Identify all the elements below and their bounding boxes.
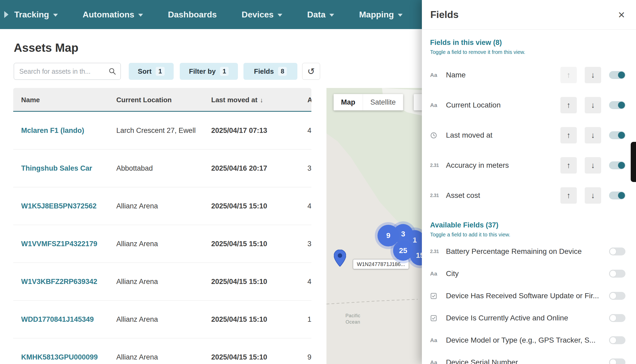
move-down-button[interactable] <box>585 97 601 113</box>
field-label: Asset cost <box>446 191 556 200</box>
arrow-down-icon <box>591 131 595 140</box>
col-last-moved[interactable]: Last moved at <box>211 88 263 112</box>
close-icon[interactable] <box>618 9 625 21</box>
move-up-button[interactable] <box>560 97 577 113</box>
asset-name-link[interactable]: W1V3KBFZ2RP639342 <box>21 263 97 301</box>
chevron-down-icon <box>278 14 282 17</box>
fields-panel: Fields Fields in this view (8) Toggle a … <box>422 0 636 364</box>
pin-label[interactable]: W1N2477871J186... <box>353 259 409 269</box>
asset-last-moved: 2025/04/15 15:10 <box>211 263 267 301</box>
move-up-button[interactable] <box>560 127 577 143</box>
asset-name-link[interactable]: W1K5J8EB5PN372562 <box>21 187 96 225</box>
move-up-button[interactable] <box>560 187 577 204</box>
field-toggle[interactable] <box>609 131 625 139</box>
nav-item-label: Automations <box>83 10 135 20</box>
col-name[interactable]: Name <box>21 88 40 112</box>
asset-accuracy: 9 <box>307 338 311 364</box>
field-toggle[interactable] <box>609 336 625 344</box>
map-type-control: Map Satellite <box>334 94 403 110</box>
field-label: Accuracy in meters <box>446 161 556 170</box>
filter-button[interactable]: Filter by 1 <box>180 63 238 80</box>
chevron-down-icon <box>398 14 403 17</box>
table-row[interactable]: W1K5J8EB5PN372562 Allianz Arena 2025/04/… <box>13 187 311 225</box>
sort-count-badge: 1 <box>156 67 164 76</box>
checkbox-field-icon <box>430 315 443 322</box>
nav-item-data[interactable]: Data <box>307 10 334 20</box>
field-row-device-model: Aa Device Model or Type (e.g., GPS Track… <box>430 329 625 351</box>
field-label: Current Location <box>446 101 556 109</box>
chevron-down-icon <box>138 14 143 17</box>
number-field-icon: 2.31 <box>430 249 443 254</box>
filter-count-badge: 1 <box>220 67 229 76</box>
cluster-marker[interactable]: 9 <box>377 225 399 246</box>
text-field-icon: Aa <box>430 270 443 277</box>
field-toggle[interactable] <box>609 101 625 109</box>
asset-last-moved: 2025/04/15 15:10 <box>211 338 267 364</box>
asset-name-link[interactable]: KMHK5813GPU000099 <box>21 338 98 364</box>
sort-desc-icon <box>257 96 263 104</box>
sort-button-label: Sort <box>138 67 151 76</box>
toolbar: Sort 1 Filter by 1 Fields 8 <box>0 63 328 80</box>
field-row-device-active-online: Device Is Currently Active and Online <box>430 307 625 329</box>
clock-icon <box>430 132 443 139</box>
nav-item-tracking[interactable]: Tracking <box>14 10 58 20</box>
move-down-button[interactable] <box>585 157 601 174</box>
field-toggle[interactable] <box>609 292 625 300</box>
asset-name-link[interactable]: Mclaren F1 (lando) <box>21 112 84 150</box>
field-toggle[interactable] <box>609 71 625 79</box>
table-row[interactable]: Thingshub Sales Car Abbottabad 2025/04/1… <box>13 150 311 187</box>
search-input[interactable] <box>14 68 108 75</box>
map-type-map-button[interactable]: Map <box>334 94 363 110</box>
move-down-button[interactable] <box>585 127 601 143</box>
asset-name-link[interactable]: Thingshub Sales Car <box>21 150 92 187</box>
move-up-button[interactable] <box>560 157 577 174</box>
asset-location: Allianz Arena <box>116 187 158 225</box>
side-edge-tab[interactable] <box>631 142 636 182</box>
table-row[interactable]: KMHK5813GPU000099 Allianz Arena 2025/04/… <box>13 338 311 364</box>
move-down-button[interactable] <box>585 67 601 83</box>
field-row-last-moved-at: Last moved at <box>430 120 625 150</box>
asset-name-link[interactable]: WDD1770841J145349 <box>21 301 94 338</box>
search-icon[interactable] <box>108 67 116 75</box>
map-pin-icon[interactable] <box>334 250 346 267</box>
arrow-down-icon <box>591 191 595 200</box>
col-accuracy[interactable]: A <box>307 88 311 112</box>
cluster-marker[interactable]: 25 <box>393 241 413 261</box>
refresh-button[interactable] <box>302 63 320 80</box>
sort-button[interactable]: Sort 1 <box>129 63 174 80</box>
nav-item-devices[interactable]: Devices <box>242 10 282 20</box>
field-toggle[interactable] <box>609 161 625 169</box>
text-field-icon: Aa <box>430 359 443 364</box>
col-current-location[interactable]: Current Location <box>116 88 172 112</box>
fields-button[interactable]: Fields 8 <box>243 63 297 80</box>
table-row[interactable]: W1V3KBFZ2RP639342 Allianz Arena 2025/04/… <box>13 263 311 301</box>
text-field-icon: Aa <box>430 102 443 108</box>
map-type-satellite-button[interactable]: Satellite <box>363 94 403 110</box>
nav-item-label: Data <box>307 10 325 20</box>
asset-location: Allianz Arena <box>116 301 158 338</box>
asset-accuracy: 3 <box>307 225 311 263</box>
field-label: Device Has Received Software Update or F… <box>446 292 604 300</box>
asset-name-link[interactable]: W1VVMFSZ1P4322179 <box>21 225 97 263</box>
move-up-button[interactable] <box>560 67 577 83</box>
field-toggle[interactable] <box>609 248 625 255</box>
move-down-button[interactable] <box>585 187 601 204</box>
chevron-down-icon <box>53 14 58 17</box>
nav-item-dashboards[interactable]: Dashboards <box>168 10 217 20</box>
nav-item-mapping[interactable]: Mapping <box>359 10 403 20</box>
table-row[interactable]: WDD1770841J145349 Allianz Arena 2025/04/… <box>13 301 311 338</box>
asset-last-moved: 2025/04/15 15:10 <box>211 187 267 225</box>
field-row-battery-percentage: 2.31 Battery Percentage Remaining on Dev… <box>430 240 625 263</box>
field-toggle[interactable] <box>609 192 625 199</box>
nav-expand-icon[interactable] <box>4 11 8 18</box>
field-toggle[interactable] <box>609 270 625 278</box>
number-field-icon: 2.31 <box>430 193 443 198</box>
field-toggle[interactable] <box>609 314 625 322</box>
table-row[interactable]: Mclaren F1 (lando) Larch Crescent 27, Ew… <box>13 112 311 150</box>
in-view-subtext: Toggle a field to remove it from this vi… <box>430 49 625 55</box>
field-toggle[interactable] <box>609 358 625 364</box>
nav-item-automations[interactable]: Automations <box>83 10 143 20</box>
table-row[interactable]: W1VVMFSZ1P4322179 Allianz Arena 2025/04/… <box>13 225 311 263</box>
assets-table: Name Current Location Last moved at A Mc… <box>13 88 311 364</box>
field-label: Battery Percentage Remaining on Device <box>446 247 604 256</box>
